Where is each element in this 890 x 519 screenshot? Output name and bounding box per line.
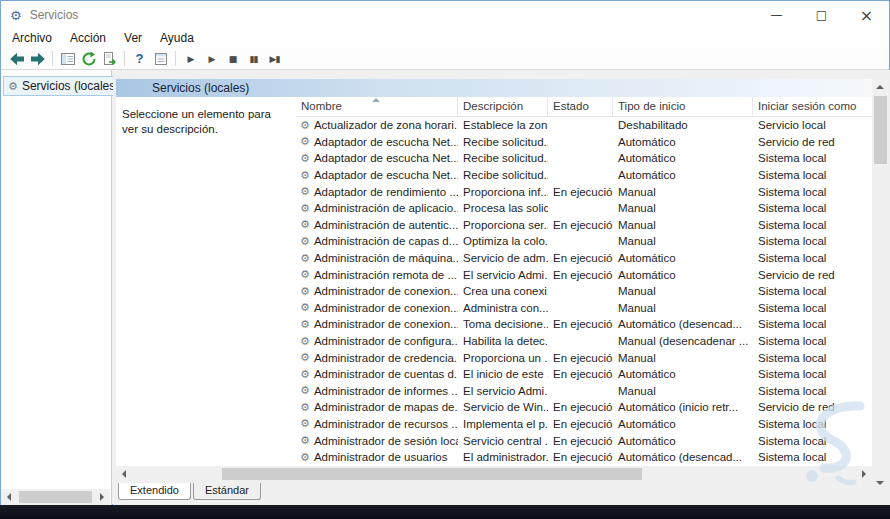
tree-item-servicios-locales[interactable]: ⚙ Servicios (locales) [3, 76, 124, 96]
table-row[interactable]: ⚙Administrador de configura...Habilita l… [296, 333, 872, 350]
table-row[interactable]: ⚙Adaptador de escucha Net...Recibe solic… [296, 134, 872, 151]
tree-horizontal-scrollbar[interactable] [1, 489, 110, 505]
table-row[interactable]: ⚙Administrador de credencia...Proporcion… [296, 349, 872, 366]
minimize-button[interactable]: — [754, 1, 799, 29]
service-name: Administrador de conexion... [314, 318, 458, 330]
scroll-left-button[interactable] [1, 489, 17, 505]
vertical-scrollbar[interactable] [872, 79, 889, 491]
service-name-cell: ⚙Administración remota de ... [296, 269, 458, 281]
service-logon-as: Sistema local [753, 385, 872, 397]
scroll-right-icon [862, 470, 866, 478]
service-startup-type: Manual [613, 219, 753, 231]
list-horizontal-scrollbar[interactable] [116, 466, 872, 482]
table-row[interactable]: ⚙Administración de capas d...Optimiza la… [296, 233, 872, 250]
table-row[interactable]: ⚙Adaptador de escucha Net...Recibe solic… [296, 167, 872, 184]
service-name-cell: ⚙Administrador de conexion... [296, 285, 458, 297]
service-description: El inicio de este ... [458, 368, 548, 380]
service-logon-as: Sistema local [753, 451, 872, 463]
service-gear-icon: ⚙ [300, 302, 310, 313]
service-startup-type: Automático [613, 169, 753, 181]
close-button[interactable]: × [844, 1, 889, 29]
table-row[interactable]: ⚙Administrador de conexion...Toma decisi… [296, 316, 872, 333]
service-logon-as: Sistema local [753, 252, 872, 264]
service-name: Administrador de sesión local [314, 435, 458, 447]
help-button[interactable]: ? [129, 49, 150, 69]
table-row[interactable]: ⚙Actualizador de zona horari...Establece… [296, 117, 872, 134]
column-header-descripcion[interactable]: Descripción [458, 97, 548, 117]
restart-service-button[interactable]: ▶▮ [264, 49, 285, 69]
export-list-button[interactable] [99, 49, 120, 69]
forward-button[interactable] [27, 49, 48, 69]
properties-button[interactable] [150, 49, 171, 69]
service-gear-icon: ⚙ [300, 253, 310, 264]
service-logon-as: Sistema local [753, 302, 872, 314]
service-description: Optimiza la colo... [458, 235, 548, 247]
service-description: Servicio de Win... [458, 401, 548, 413]
services-gear-icon: ⚙ [8, 81, 18, 92]
table-row[interactable]: ⚙Administración de aplicacio...Procesa l… [296, 200, 872, 217]
column-header-iniciar-sesion-como[interactable]: Iniciar sesión como [753, 97, 872, 117]
service-gear-icon: ⚙ [300, 269, 310, 280]
table-row[interactable]: ⚙Administrador de cuentas d...El inicio … [296, 366, 872, 383]
service-description: Servicio central ... [458, 435, 548, 447]
scroll-down-button[interactable] [872, 475, 888, 491]
scrollbar-track[interactable] [132, 466, 856, 482]
table-row[interactable]: ⚙Administración remota de ...El servicio… [296, 266, 872, 283]
table-row[interactable]: ⚙Administrador de informes ...El servici… [296, 383, 872, 400]
scroll-up-button[interactable] [872, 79, 888, 95]
service-startup-type: Automático (inicio retr... [613, 401, 753, 413]
menu-archivo[interactable]: Archivo [3, 29, 61, 48]
export-list-icon [102, 51, 118, 67]
services-app-icon: ⚙ [10, 9, 22, 22]
table-row[interactable]: ⚙Administración de máquina...Servicio de… [296, 250, 872, 267]
table-row[interactable]: ⚙Adaptador de rendimiento ...Proporciona… [296, 183, 872, 200]
table-row[interactable]: ⚙Administrador de mapas de...Servicio de… [296, 399, 872, 416]
service-name-cell: ⚙Administrador de sesión local [296, 435, 458, 447]
show-console-tree-button[interactable] [57, 49, 78, 69]
service-name-cell: ⚙Administrador de configura... [296, 335, 458, 347]
menu-ayuda[interactable]: Ayuda [151, 29, 203, 48]
service-name-cell: ⚙Adaptador de escucha Net... [296, 136, 458, 148]
table-row[interactable]: ⚙Administración de autentic...Proporcion… [296, 217, 872, 234]
table-row[interactable]: ⚙Administrador de sesión localServicio c… [296, 432, 872, 449]
service-description: Establece la zon... [458, 119, 548, 131]
maximize-button[interactable]: □ [799, 1, 844, 29]
table-row[interactable]: ⚙Adaptador de escucha Net...Recibe solic… [296, 150, 872, 167]
scroll-left-button[interactable] [116, 466, 132, 482]
scrollbar-thumb[interactable] [222, 468, 642, 480]
table-row[interactable]: ⚙Administrador de conexion...Administra … [296, 300, 872, 317]
services-window: ⚙ Servicios — □ × Archivo Acción Ver Ayu… [0, 0, 890, 505]
column-header-nombre[interactable]: Nombre [296, 97, 458, 117]
pause-service-button[interactable]: ▮▮ [243, 49, 264, 69]
tree-item-label: Servicios (locales) [22, 79, 119, 93]
scroll-right-button[interactable] [94, 489, 110, 505]
service-description: Proporciona ser... [458, 219, 548, 231]
service-gear-icon: ⚙ [300, 170, 310, 181]
tab-estandar[interactable]: Estándar [193, 483, 261, 500]
column-header-estado[interactable]: Estado [548, 97, 613, 117]
service-startup-type: Automático [613, 136, 753, 148]
service-logon-as: Sistema local [753, 235, 872, 247]
table-row[interactable]: ⚙Administrador de conexion...Crea una co… [296, 283, 872, 300]
column-header-tipo-de-inicio[interactable]: Tipo de inicio [613, 97, 753, 117]
scrollbar-thumb[interactable] [19, 491, 92, 503]
start-service-button[interactable]: ▶ [180, 49, 201, 69]
back-button[interactable] [6, 49, 27, 69]
scroll-right-button[interactable] [856, 466, 872, 482]
resume-service-button[interactable]: ▶ [201, 49, 222, 69]
tab-extendido[interactable]: Extendido [118, 483, 191, 500]
service-status: En ejecución [548, 269, 613, 281]
stop-service-button[interactable]: ■ [222, 49, 243, 69]
menu-ver[interactable]: Ver [115, 29, 151, 48]
service-name: Administrador de mapas de... [314, 401, 458, 413]
table-row[interactable]: ⚙Administrador de recursos ...Implementa… [296, 416, 872, 433]
service-startup-type: Manual [613, 302, 753, 314]
scroll-down-icon [876, 481, 884, 485]
table-row[interactable]: ⚙Administrador de usuariosEl administrad… [296, 449, 872, 466]
service-startup-type: Deshabilitado [613, 119, 753, 131]
refresh-button[interactable] [78, 49, 99, 69]
scrollbar-thumb[interactable] [874, 96, 887, 164]
service-name: Administrador de conexion... [314, 302, 458, 314]
scrollbar-track[interactable] [17, 489, 94, 505]
menu-accion[interactable]: Acción [61, 29, 115, 48]
